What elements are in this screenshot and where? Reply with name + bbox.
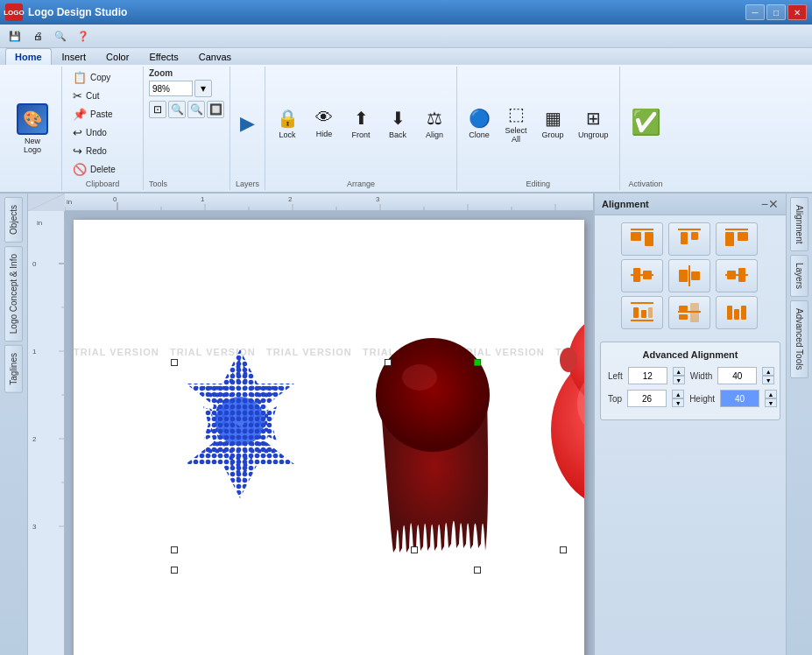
align-middle-left-btn[interactable] [621,259,663,292]
adv-left-input[interactable] [628,367,667,384]
red-figure-object[interactable] [547,307,584,553]
svg-rect-79 [679,306,688,311]
adv-left-label: Left [608,371,623,381]
tab-effects[interactable]: Effects [139,48,187,65]
svg-text:3: 3 [32,523,37,531]
align-buttons-grid [595,215,786,336]
zoom-out-btn[interactable]: 🔍 [187,101,205,118]
svg-rect-60 [691,232,698,240]
ribbon-group-editing: 🔵 Clone ⬚ Select All ▦ Group ⊞ Ungroup E… [457,67,620,190]
tab-home[interactable]: Home [5,48,52,65]
arrange-label: Arrange [347,178,375,188]
tab-color[interactable]: Color [96,48,138,65]
canvas-viewport[interactable]: TRIAL VERSION TRIAL VERSION TRIAL VERSIO… [65,211,593,655]
blue-star-object[interactable] [144,342,336,570]
adv-left-row: Left ▲ ▼ Width ▲ ▼ [608,367,773,384]
help-quick-btn[interactable]: ❓ [74,26,93,46]
adv-top-up[interactable]: ▲ [672,390,684,398]
adv-width-down[interactable]: ▼ [762,376,774,384]
clone-button[interactable]: 🔵 Clone [462,101,496,146]
svg-rect-83 [734,309,739,320]
lock-button[interactable]: 🔒 Lock [271,101,304,146]
canvas-area: in 0 1 2 3 in [28,194,593,655]
layers-label: Layers [236,178,259,188]
copy-button[interactable]: 📋 Copy [67,68,138,86]
delete-icon: 🚫 [73,163,87,176]
maximize-button[interactable]: □ [766,4,786,20]
copy-icon: 📋 [73,71,87,84]
right-tab-layers[interactable]: Layers [790,255,808,297]
svg-rect-73 [631,320,653,321]
editing-label: Editing [526,178,551,188]
paste-button[interactable]: 📌 Paste [67,105,138,123]
activation-label: Activation [629,178,663,188]
zoom-input[interactable] [149,81,193,96]
zoom-100-btn[interactable]: 🔲 [207,101,224,118]
svg-rect-59 [681,232,688,244]
adv-width-input[interactable] [717,367,757,384]
right-tab-alignment[interactable]: Alignment [790,197,808,251]
distribute-v-btn[interactable] [668,296,710,329]
adv-height-up[interactable]: ▲ [765,390,777,398]
back-icon: ⬇ [391,108,406,129]
ribbon-group-new: 🎨 New Logo [4,67,62,190]
zoom-dropdown[interactable]: ▾ [194,80,212,97]
redo-button[interactable]: ↪ Redo [67,142,138,159]
svg-text:3: 3 [376,195,380,203]
zoom-quick-btn[interactable]: 🔍 [51,26,70,46]
minimize-button[interactable]: ─ [745,4,765,20]
ungroup-button[interactable]: ⊞ Ungroup [573,101,614,146]
sidebar-tab-objects[interactable]: Objects [4,197,23,243]
distribute-h-btn[interactable] [621,296,663,329]
activation-button[interactable]: ✅ [625,101,667,146]
align-middle-center-btn[interactable] [668,259,710,292]
adv-height-input[interactable] [720,390,759,407]
align-top-right-btn[interactable] [716,222,758,256]
distribute-eq-btn[interactable] [716,296,758,329]
sidebar-tab-taglines[interactable]: Taglines [4,345,23,393]
hide-button[interactable]: 👁 Hide [307,101,341,146]
zoom-in-btn[interactable]: 🔍 [168,101,186,118]
layers-arrow[interactable]: ▶ [240,112,255,135]
svg-text:1: 1 [201,195,205,203]
adv-top-down[interactable]: ▼ [672,398,684,407]
hide-icon: 👁 [315,108,333,128]
align-top-left-btn[interactable] [621,222,663,256]
delete-button[interactable]: 🚫 Delete [67,160,138,178]
align-icon: ⚖ [427,108,442,129]
adv-left-up[interactable]: ▲ [673,367,685,376]
fit-zoom-btn[interactable]: ⊡ [149,101,166,118]
adv-width-up[interactable]: ▲ [762,367,774,376]
select-all-icon: ⬚ [508,103,525,124]
print-quick-btn[interactable]: 🖨 [28,26,47,46]
right-tab-advanced[interactable]: Advanced Tools [790,300,808,377]
tab-insert[interactable]: Insert [53,48,96,65]
alignment-panel-close[interactable]: −✕ [761,197,779,211]
svg-rect-2 [65,194,593,210]
align-button[interactable]: ⚖ Align [418,101,451,146]
adv-height-down[interactable]: ▼ [765,398,777,407]
align-middle-right-btn[interactable] [716,259,758,292]
svg-rect-84 [741,306,746,320]
canvas-drawing-area[interactable]: TRIAL VERSION TRIAL VERSION TRIAL VERSIO… [74,220,584,655]
undo-button[interactable]: ↩ Undo [67,123,138,141]
tab-canvas[interactable]: Canvas [189,48,241,65]
align-top-center-btn[interactable] [668,222,710,256]
ribbon-group-arrange: 🔒 Lock 👁 Hide ⬆ Front ⬇ Back ⚖ Align Arr… [265,67,457,190]
save-quick-btn[interactable]: 💾 [5,26,25,46]
svg-rect-71 [727,271,736,279]
adv-top-input[interactable] [627,390,667,407]
adv-left-down[interactable]: ▼ [673,376,685,384]
dark-blob-object[interactable] [345,325,520,570]
new-logo-button[interactable]: 🎨 New Logo [9,100,56,158]
advanced-alignment-section: Advanced Alignment Left ▲ ▼ Width ▲ ▼ To… [600,342,780,420]
select-all-button[interactable]: ⬚ Select All [499,100,533,147]
back-button[interactable]: ⬇ Back [381,101,414,146]
front-button[interactable]: ⬆ Front [344,101,378,146]
sidebar-tab-logo-concept[interactable]: Logo Concept & Info [4,246,23,342]
svg-rect-81 [690,303,699,322]
svg-rect-65 [633,268,640,282]
cut-button[interactable]: ✂ Cut [67,87,138,104]
close-button[interactable]: ✕ [787,4,807,20]
group-button[interactable]: ▦ Group [536,101,569,146]
